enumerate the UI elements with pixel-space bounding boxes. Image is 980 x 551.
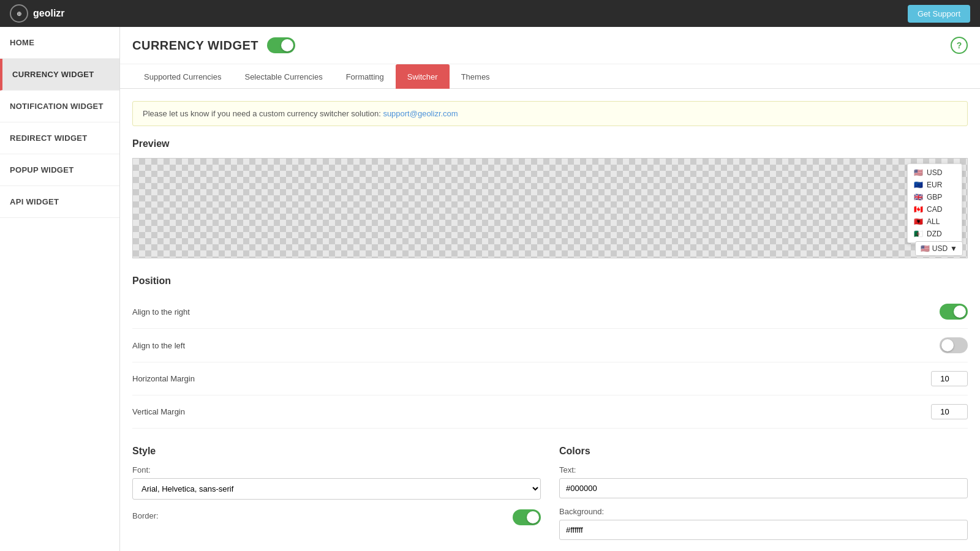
page-title-row: CURRENCY WIDGET xyxy=(132,37,295,53)
sidebar-item-home[interactable]: HOME xyxy=(0,27,119,59)
page-title: CURRENCY WIDGET xyxy=(132,39,258,53)
horizontal-margin-label: Horizontal Margin xyxy=(132,374,195,383)
get-support-button[interactable]: Get Support xyxy=(908,5,970,23)
logo-icon: ⊕ xyxy=(10,4,28,23)
preview-item-eur: 🇪🇺 EUR xyxy=(908,179,962,191)
tabs: Supported Currencies Selectable Currenci… xyxy=(120,64,980,89)
align-left-toggle[interactable] xyxy=(940,337,968,353)
style-colors-section: Style Font: Arial, Helvetica, sans-serif… xyxy=(132,446,968,549)
vertical-margin-row: Vertical Margin xyxy=(132,395,968,429)
support-link[interactable]: support@geolizr.com xyxy=(383,109,458,118)
text-color-input[interactable] xyxy=(559,478,968,498)
font-select[interactable]: Arial, Helvetica, sans-serif Georgia, se… xyxy=(132,478,541,500)
colors-title: Colors xyxy=(559,446,968,457)
border-row: Border: xyxy=(132,509,541,525)
align-left-row: Align to the left xyxy=(132,329,968,362)
align-right-slider xyxy=(940,304,968,320)
align-right-label: Align to the right xyxy=(132,307,190,317)
vertical-margin-label: Vertical Margin xyxy=(132,407,185,416)
style-title: Style xyxy=(132,446,541,457)
style-section: Style Font: Arial, Helvetica, sans-serif… xyxy=(132,446,541,549)
tab-supported-currencies[interactable]: Supported Currencies xyxy=(132,64,233,89)
sidebar-item-popup-widget[interactable]: POPUP WIDGET xyxy=(0,154,119,186)
preview-item-cad: 🇨🇦 CAD xyxy=(908,203,962,216)
preview-item-dzd: 🇩🇿 DZD xyxy=(908,228,962,240)
align-right-toggle[interactable] xyxy=(940,304,968,320)
colors-section: Colors Text: Background: xyxy=(559,446,968,549)
font-group: Font: Arial, Helvetica, sans-serif Georg… xyxy=(132,465,541,500)
align-right-row: Align to the right xyxy=(132,295,968,329)
background-color-group: Background: xyxy=(559,507,968,540)
help-icon[interactable]: ? xyxy=(951,37,968,54)
vertical-margin-input[interactable] xyxy=(931,404,968,419)
logo: ⊕ geolizr xyxy=(10,4,65,23)
main-content: CURRENCY WIDGET ? Supported Currencies S… xyxy=(120,27,980,551)
tab-themes[interactable]: Themes xyxy=(450,64,502,89)
text-color-label: Text: xyxy=(559,465,968,474)
horizontal-margin-row: Horizontal Margin xyxy=(132,362,968,395)
logo-text: geolizr xyxy=(33,8,65,19)
align-left-slider xyxy=(940,337,968,353)
background-color-label: Background: xyxy=(559,507,968,516)
sidebar-item-redirect-widget[interactable]: REDIRECT WIDGET xyxy=(0,122,119,154)
preview-item-usd: 🇺🇸 USD xyxy=(908,167,962,179)
position-title: Position xyxy=(132,276,968,287)
tab-selectable-currencies[interactable]: Selectable Currencies xyxy=(233,64,334,89)
page-header: CURRENCY WIDGET ? xyxy=(120,27,980,64)
preview-widget: 🇺🇸 USD 🇪🇺 EUR 🇬🇧 GBP 🇨🇦 xyxy=(907,163,962,243)
layout: HOME CURRENCY WIDGET NOTIFICATION WIDGET… xyxy=(0,27,980,551)
horizontal-margin-input[interactable] xyxy=(931,371,968,386)
content-area: Please let us know if you need a custom … xyxy=(120,89,980,551)
toggle-slider xyxy=(267,37,295,53)
preview-selected-currency[interactable]: 🇺🇸 USD ▼ xyxy=(915,241,963,256)
background-color-input[interactable] xyxy=(559,520,968,540)
preview-title: Preview xyxy=(132,138,968,149)
align-left-label: Align to the left xyxy=(132,341,185,350)
border-slider xyxy=(513,509,541,525)
border-label: Border: xyxy=(132,511,159,520)
preview-item-all: 🇦🇱 ALL xyxy=(908,216,962,228)
position-section: Position Align to the right Align to the… xyxy=(132,276,968,429)
sidebar-item-notification-widget[interactable]: NOTIFICATION WIDGET xyxy=(0,91,119,122)
sidebar: HOME CURRENCY WIDGET NOTIFICATION WIDGET… xyxy=(0,27,120,551)
page-toggle[interactable] xyxy=(267,37,295,53)
preview-checkerboard: 🇺🇸 USD 🇪🇺 EUR 🇬🇧 GBP 🇨🇦 xyxy=(132,158,968,258)
preview-area: Preview 🇺🇸 USD 🇪🇺 EUR 🇬🇧 xyxy=(132,138,968,261)
sidebar-item-api-widget[interactable]: API WIDGET xyxy=(0,186,119,218)
sidebar-item-currency-widget[interactable]: CURRENCY WIDGET xyxy=(0,59,119,91)
info-banner: Please let us know if you need a custom … xyxy=(132,101,968,126)
preview-item-gbp: 🇬🇧 GBP xyxy=(908,191,962,203)
tab-switcher[interactable]: Switcher xyxy=(396,64,450,89)
font-label: Font: xyxy=(132,465,541,474)
topbar: ⊕ geolizr Get Support xyxy=(0,0,980,27)
text-color-group: Text: xyxy=(559,465,968,498)
tab-formatting[interactable]: Formatting xyxy=(334,64,396,89)
border-toggle[interactable] xyxy=(513,509,541,525)
